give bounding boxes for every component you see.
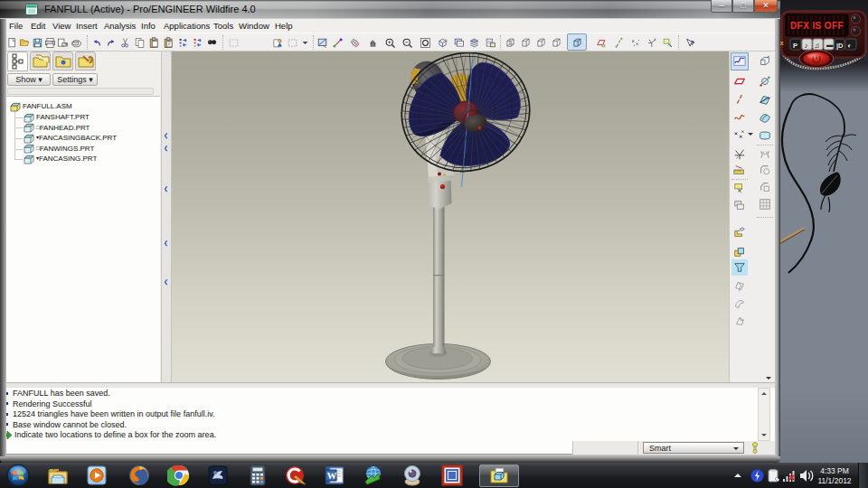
svg-text:W: W: [327, 470, 337, 481]
svg-text:♪: ♪: [805, 42, 808, 50]
svg-text:|D: |D: [836, 42, 844, 50]
svg-text:▬: ▬: [826, 41, 834, 49]
svg-text:?: ?: [690, 39, 694, 47]
svg-text:◐: ◐: [848, 42, 853, 50]
svg-text:♫: ♫: [815, 42, 820, 50]
svg-text:P: P: [793, 42, 797, 50]
svg-text:DFX IS OFF: DFX IS OFF: [790, 21, 844, 31]
